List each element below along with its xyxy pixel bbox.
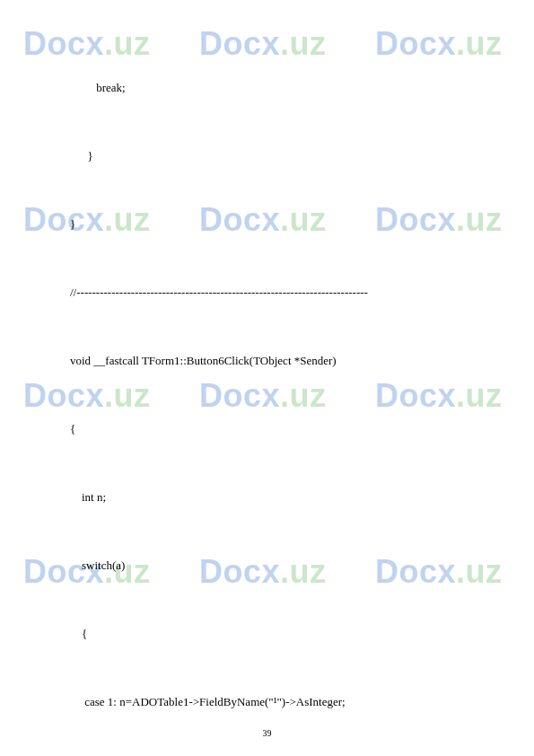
code-line: { (70, 622, 495, 645)
code-line: switch(a) (70, 554, 495, 576)
code-line: void __fastcall TForm1::Button6Click(TOb… (70, 349, 495, 372)
code-line: //--------------------------------------… (70, 281, 495, 303)
code-line: break; (70, 76, 495, 99)
code-line: { (70, 418, 495, 440)
code-line: } (70, 145, 495, 167)
code-line: int n; (70, 486, 495, 508)
code-block: break; } } //---------------------------… (70, 31, 495, 756)
code-line: case 1: n=ADOTable1->FieldByName("¹")->A… (70, 690, 495, 713)
code-line: } (70, 213, 495, 235)
page-number: 39 (0, 728, 534, 738)
